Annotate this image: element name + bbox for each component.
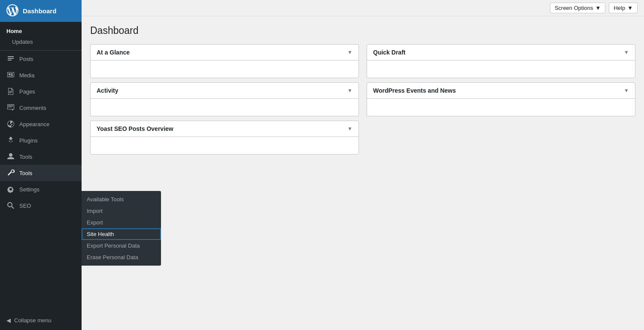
tools-icon [6, 169, 15, 177]
media-icon [6, 71, 15, 79]
plugins-icon [6, 136, 15, 145]
screen-options-chevron-icon: ▼ [595, 5, 601, 11]
topbar: Screen Options ▼ Help ▼ [82, 0, 644, 16]
help-button[interactable]: Help ▼ [609, 3, 638, 13]
sidebar-item-pages[interactable]: Pages [0, 83, 82, 100]
widget-activity-body [91, 99, 358, 116]
widget-quick-draft-header[interactable]: Quick Draft ▼ [367, 45, 635, 61]
help-chevron-icon: ▼ [627, 5, 633, 11]
widget-wordpress-events-toggle: ▼ [624, 88, 629, 94]
widget-yoast-seo-header[interactable]: Yoast SEO Posts Overview ▼ [91, 121, 358, 137]
users-icon [6, 152, 15, 161]
sidebar-item-settings[interactable]: Settings [0, 181, 82, 197]
flyout-item-erase-personal-data[interactable]: Erase Personal Data [82, 251, 161, 263]
settings-icon [6, 185, 15, 194]
seo-icon [6, 201, 15, 210]
sidebar-item-posts[interactable]: Posts [0, 51, 82, 67]
main-content: Screen Options ▼ Help ▼ Dashboard At a G… [82, 0, 644, 330]
sidebar-home-section: Home Updates [0, 22, 82, 51]
widget-wordpress-events: WordPress Events and News ▼ [367, 82, 635, 116]
collapse-icon: ◀ [6, 317, 11, 324]
sidebar-logo-text: Dashboard [23, 7, 56, 15]
sidebar-item-appearance-label: Appearance [19, 121, 49, 127]
collapse-menu-label: Collapse menu [14, 317, 52, 324]
sidebar-item-settings-label: Settings [19, 186, 39, 193]
widget-at-a-glance-body [91, 61, 358, 78]
screen-options-button[interactable]: Screen Options ▼ [550, 3, 605, 13]
widget-yoast-seo: Yoast SEO Posts Overview ▼ [90, 121, 359, 154]
widget-yoast-seo-title: Yoast SEO Posts Overview [97, 125, 173, 132]
sidebar: Dashboard Home Updates Posts Media Pages [0, 0, 82, 330]
svg-point-0 [8, 203, 12, 207]
sidebar-item-users[interactable]: Tools [0, 148, 82, 165]
widget-at-a-glance-header[interactable]: At a Glance ▼ [91, 45, 358, 61]
widget-wordpress-events-body [367, 99, 635, 116]
widget-wordpress-events-title: WordPress Events and News [373, 87, 456, 94]
sidebar-logo[interactable]: Dashboard [0, 0, 82, 22]
widget-at-a-glance-title: At a Glance [97, 49, 130, 56]
widgets-row-3: Yoast SEO Posts Overview ▼ [90, 121, 635, 154]
comments-icon [6, 103, 15, 112]
page-title: Dashboard [90, 25, 635, 36]
flyout-item-site-health[interactable]: Site Health [82, 228, 161, 240]
flyout-item-export[interactable]: Export [82, 217, 161, 228]
widget-quick-draft-title: Quick Draft [373, 49, 405, 56]
collapse-menu-button[interactable]: ◀ Collapse menu [0, 313, 82, 330]
screen-options-label: Screen Options [555, 5, 593, 11]
sidebar-item-seo-label: SEO [19, 203, 31, 209]
sidebar-item-media[interactable]: Media [0, 67, 82, 83]
sidebar-item-posts-label: Posts [19, 56, 33, 62]
sidebar-item-home[interactable]: Home [0, 25, 82, 37]
sidebar-nav: Posts Media Pages Comments [0, 51, 82, 313]
widget-activity-toggle: ▼ [347, 88, 352, 94]
svg-line-1 [12, 206, 14, 209]
widgets-row-1: At a Glance ▼ Quick Draft ▼ [90, 44, 635, 78]
sidebar-item-users-label: Tools [19, 154, 32, 160]
sidebar-item-updates[interactable]: Updates [0, 37, 82, 48]
appearance-icon [6, 120, 15, 128]
flyout-item-export-personal-data[interactable]: Export Personal Data [82, 240, 161, 251]
sidebar-item-comments[interactable]: Comments [0, 100, 82, 116]
sidebar-item-pages-label: Pages [19, 88, 35, 95]
widget-yoast-seo-body [91, 137, 358, 154]
widget-quick-draft-body [367, 61, 635, 78]
wordpress-icon [6, 4, 18, 18]
sidebar-item-seo[interactable]: SEO [0, 197, 82, 214]
widget-activity-header[interactable]: Activity ▼ [91, 83, 358, 99]
flyout-item-import[interactable]: Import [82, 205, 161, 217]
help-label: Help [614, 5, 625, 11]
widget-quick-draft-toggle: ▼ [624, 49, 629, 55]
pages-icon [6, 87, 15, 96]
widget-at-a-glance-toggle: ▼ [347, 49, 352, 55]
sidebar-item-appearance[interactable]: Appearance [0, 116, 82, 132]
widget-at-a-glance: At a Glance ▼ [90, 44, 359, 78]
sidebar-item-tools[interactable]: Tools [0, 165, 82, 181]
sidebar-item-plugins-label: Plugins [19, 137, 38, 144]
sidebar-item-tools-label: Tools [19, 170, 32, 176]
sidebar-item-media-label: Media [19, 72, 34, 79]
widgets-row-2: Activity ▼ WordPress Events and News ▼ [90, 82, 635, 116]
posts-icon [6, 54, 15, 63]
dashboard-content: Dashboard At a Glance ▼ Quick Draft ▼ [82, 16, 644, 330]
sidebar-item-plugins[interactable]: Plugins [0, 132, 82, 148]
tools-flyout-menu: Available Tools Import Export Site Healt… [82, 191, 161, 266]
widget-activity-title: Activity [97, 87, 118, 94]
widget-activity: Activity ▼ [90, 82, 359, 116]
flyout-item-available-tools[interactable]: Available Tools [82, 194, 161, 205]
widget-yoast-seo-toggle: ▼ [347, 126, 352, 132]
sidebar-item-comments-label: Comments [19, 105, 46, 111]
widget-wordpress-events-header[interactable]: WordPress Events and News ▼ [367, 83, 635, 99]
widget-quick-draft: Quick Draft ▼ [367, 44, 635, 78]
